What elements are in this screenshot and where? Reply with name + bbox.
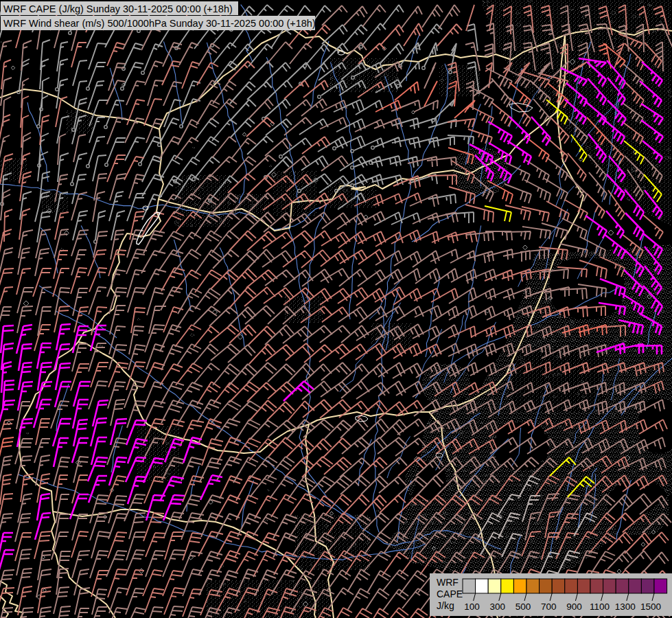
svg-text:1100: 1100 — [590, 602, 610, 612]
svg-text:CAPE: CAPE — [437, 588, 463, 599]
svg-text:J/kg: J/kg — [437, 600, 454, 611]
svg-text:WRF Wind shear (m/s) 500/1000h: WRF Wind shear (m/s) 500/1000hPa Sunday … — [3, 18, 316, 29]
svg-text:1500: 1500 — [640, 602, 661, 612]
svg-text:700: 700 — [541, 602, 557, 612]
svg-text:WRF CAPE (J/kg) Sunday 30-11-2: WRF CAPE (J/kg) Sunday 30-11-2025 00:00 … — [3, 3, 233, 14]
svg-text:1300: 1300 — [615, 602, 636, 612]
svg-text:100: 100 — [464, 602, 480, 612]
svg-text:500: 500 — [515, 602, 531, 612]
svg-text:WRF: WRF — [437, 577, 459, 588]
svg-text:900: 900 — [566, 602, 582, 612]
svg-text:300: 300 — [490, 602, 506, 612]
